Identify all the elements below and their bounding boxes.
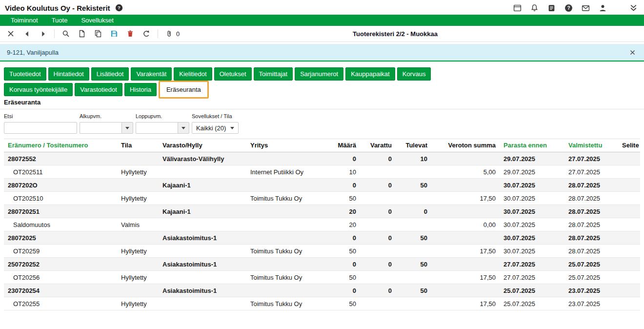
cell-tila: [117, 205, 159, 218]
batch-detail-row[interactable]: OT20259HyllytettyToimitus Tukku Oy5017,5…: [4, 245, 640, 258]
cell-valmistettu: 23.07.2025: [564, 284, 618, 297]
end-date-input[interactable]: [136, 122, 178, 134]
tab-sarjanumerot[interactable]: Sarjanumerot: [295, 67, 343, 81]
cell-valmistettu: 28.07.2025: [564, 192, 618, 205]
col-header-valmistettu[interactable]: Valmistettu: [564, 139, 618, 152]
close-icon[interactable]: [6, 29, 16, 39]
col-header-eranumero-tositenumero[interactable]: Eränumero / Tositenumero: [4, 139, 117, 152]
tab-varakentat[interactable]: Varakentät: [131, 67, 172, 81]
infobar-close-icon[interactable]: [627, 47, 637, 57]
cell-varasto: Asiakastoimitus-1: [159, 231, 246, 245]
collapse-icon[interactable]: [628, 3, 638, 13]
cell-valmistettu: 28.07.2025: [564, 179, 618, 192]
cell-tulevat: 50: [396, 284, 431, 297]
end-date-dropdown-button[interactable]: [178, 122, 189, 134]
col-header-varattu[interactable]: Varattu: [360, 139, 396, 152]
col-header-parasta-ennen[interactable]: Parasta ennen: [500, 139, 564, 152]
tab-varastotiedot[interactable]: Varastotiedot: [75, 83, 122, 96]
tab-hintatiedot[interactable]: Hintatiedot: [48, 67, 89, 81]
col-header-varasto-hylly[interactable]: Varasto/Hylly: [159, 139, 246, 152]
tab-historia[interactable]: Historia: [124, 83, 157, 96]
start-date-filter: Alkupvm.: [80, 113, 133, 134]
tab-tuotetiedot[interactable]: Tuotetiedot: [4, 67, 46, 81]
user-icon[interactable]: [598, 3, 607, 13]
tab-row-1: TuotetiedotHintatiedotLisätiedotVarakent…: [4, 67, 640, 81]
cell-tulevat: [396, 297, 431, 310]
caret-down-icon: [230, 127, 234, 129]
batch-detail-row[interactable]: OT202510HyllytettyToimitus Tukku Oy5017,…: [4, 192, 640, 205]
cell-tulevat: 50: [396, 231, 431, 245]
cell-number: OT20255: [4, 297, 117, 310]
bell-icon[interactable]: [529, 3, 539, 13]
infobar: 9-121, Vaniljapulla: [0, 44, 644, 62]
batch-group-row[interactable]: 230720254Asiakastoimitus-1005025.07.2025…: [4, 284, 640, 297]
cell-varattu: 0: [360, 205, 396, 218]
batch-group-row[interactable]: 2807202OKajaani-1005030.07.202528.07.202…: [4, 179, 640, 192]
attachments-button[interactable]: 0: [164, 29, 180, 39]
cell-selite: [618, 258, 640, 271]
prev-icon[interactable]: [22, 29, 32, 39]
cell-maara: 50: [327, 245, 360, 258]
col-header-yritys[interactable]: Yritys: [246, 139, 327, 152]
product-identifier: 9-121, Vaniljapulla: [7, 49, 59, 56]
tab-toimittajat[interactable]: Toimittajat: [254, 67, 293, 81]
undo-icon[interactable]: [141, 29, 151, 39]
delete-icon[interactable]: [125, 29, 135, 39]
col-header-veroton-summa[interactable]: Veroton summa: [431, 139, 500, 152]
col-header-selite[interactable]: Selite: [618, 139, 640, 152]
batch-detail-row[interactable]: SaldomuutosValmis200,0030.07.202528.07.2…: [4, 218, 640, 231]
news-icon[interactable]: [546, 3, 556, 13]
cell-tila: Valmis: [117, 218, 159, 231]
cell-tila: Hyllytetty: [117, 192, 159, 205]
save-icon[interactable]: [109, 29, 119, 39]
batch-group-row[interactable]: 28072552Välivarasto-Välihylly001029.07.2…: [4, 152, 640, 165]
menu-item-toiminnot[interactable]: Toiminnot: [4, 15, 45, 26]
apps-select[interactable]: Kaikki (20): [192, 122, 239, 134]
cell-maara: 20: [327, 205, 360, 218]
batch-group-row[interactable]: 280720251Kajaani-1200030.07.202528.07.20…: [4, 205, 640, 218]
tab-kielitiedot[interactable]: Kielitiedot: [174, 67, 212, 81]
col-header-tila[interactable]: Tila: [117, 139, 159, 152]
help-badge-icon[interactable]: ?: [114, 3, 124, 13]
batch-detail-row[interactable]: OT20256HyllytettyToimitus Tukku Oy5017,5…: [4, 271, 640, 284]
batch-group-row[interactable]: 250720252Asiakastoimitus-1005027.07.2025…: [4, 258, 640, 271]
menu-item-tuote[interactable]: Tuote: [45, 15, 75, 26]
tab-eraseuranta[interactable]: Eräseuranta: [161, 83, 206, 96]
cell-valmistettu: 27.07.2025: [564, 165, 618, 179]
cell-veroton: [431, 284, 500, 297]
menu-item-sovellukset[interactable]: Sovellukset: [74, 15, 120, 26]
cell-tulevat: [396, 218, 431, 231]
batch-group-row[interactable]: 28072025Asiakastoimitus-1005030.07.20252…: [4, 231, 640, 245]
tab-korvaus-tyontekijalle[interactable]: Korvaus työntekijälle: [4, 83, 73, 96]
help-icon[interactable]: ?: [564, 3, 573, 13]
search-input[interactable]: [4, 122, 77, 134]
cell-number: Saldomuutos: [4, 218, 117, 231]
next-icon[interactable]: [38, 29, 48, 39]
copy-icon[interactable]: [93, 29, 103, 39]
cell-varasto: Kajaani-1: [159, 205, 246, 218]
toolbar-separator: [54, 29, 55, 38]
tab-korvaus[interactable]: Korvaus: [397, 67, 431, 81]
cell-maara: 0: [327, 258, 360, 271]
tab-kauppapaikat[interactable]: Kauppapaikat: [345, 67, 395, 81]
start-date-dropdown-button[interactable]: [121, 122, 133, 134]
tab-oletukset[interactable]: Oletukset: [214, 67, 252, 81]
cell-valmistettu: 27.07.2025: [564, 152, 618, 165]
new-doc-icon[interactable]: [77, 29, 87, 39]
cell-varasto: [159, 245, 246, 258]
mail-icon[interactable]: [581, 3, 590, 13]
cell-varasto: [159, 218, 246, 231]
cell-veroton: 5,00: [431, 165, 500, 179]
col-header-tulevat[interactable]: Tulevat: [396, 139, 431, 152]
batch-detail-row[interactable]: OT20255HyllytettyToimitus Tukku Oy5017,5…: [4, 297, 640, 310]
window-icon[interactable]: [512, 3, 522, 13]
batch-detail-row[interactable]: OT202511HyllytettyInternet Putiikki Oy10…: [4, 165, 640, 179]
start-date-input[interactable]: [80, 122, 121, 134]
cell-valmistettu: 28.07.2025: [564, 205, 618, 218]
cell-number: OT20259: [4, 245, 117, 258]
attachment-icon: [164, 29, 174, 39]
col-header-maara[interactable]: Määrä: [327, 139, 360, 152]
tab-lisatiedot[interactable]: Lisätiedot: [91, 67, 129, 81]
cell-parasta: 25.07.2025: [500, 284, 564, 297]
search-icon[interactable]: [61, 29, 71, 39]
